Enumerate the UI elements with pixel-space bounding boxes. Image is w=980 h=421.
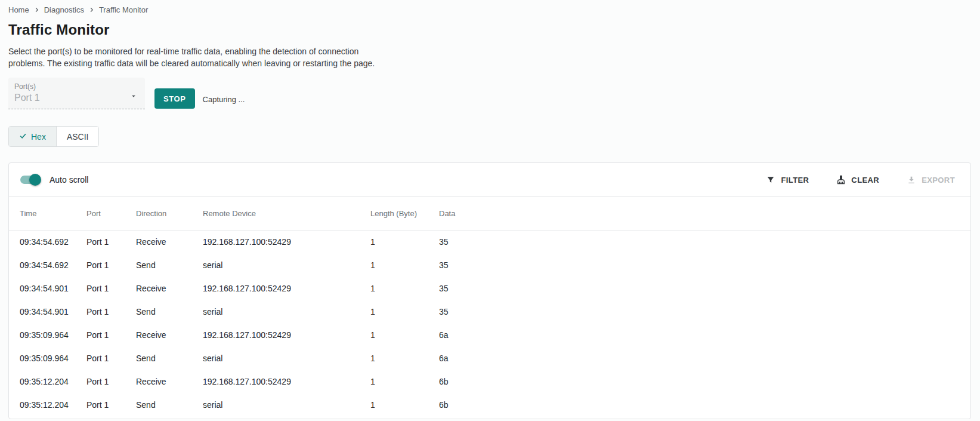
auto-scroll-toggle[interactable] [20,174,41,186]
table-header-row: TimePortDirectionRemote DeviceLength (By… [9,197,970,230]
breadcrumb-item-traffic-monitor: Traffic Monitor [99,5,148,14]
tab-label: ASCII [67,132,89,142]
caret-down-icon [129,92,138,103]
table-cell: 6a [439,323,970,346]
table-cell: Port 1 [86,370,136,393]
table-cell: 09:35:09.964 [9,346,86,370]
download-icon [907,175,916,185]
table-cell: Port 1 [86,346,136,370]
traffic-table: TimePortDirectionRemote DeviceLength (By… [9,197,970,416]
table-cell: 1 [370,323,439,346]
toggle-knob [29,174,41,186]
table-cell: 09:35:12.204 [9,393,86,416]
table-row: 09:35:12.204Port 1Receive192.168.127.100… [9,370,970,393]
traffic-data-card: Auto scroll FILTER CLEAR [8,162,971,419]
table-cell: 192.168.127.100:52429 [203,230,370,253]
tab-label: Hex [31,132,46,142]
table-cell: 1 [370,370,439,393]
table-cell: 09:34:54.901 [9,276,86,300]
export-button[interactable]: EXPORT [907,175,955,185]
table-row: 09:35:09.964Port 1Sendserial16a [9,346,970,370]
auto-scroll-label: Auto scroll [50,175,88,185]
table-cell: 09:35:09.964 [9,323,86,346]
table-cell: 6b [439,370,970,393]
page-description-line2: problems. The existing traffic data will… [8,57,972,69]
table-cell: 192.168.127.100:52429 [203,323,370,346]
view-mode-tabs: HexASCII [8,126,99,147]
table-cell: serial [203,253,370,276]
table-cell: Send [136,253,203,276]
table-cell: 35 [439,253,970,276]
table-cell: Port 1 [86,393,136,416]
breadcrumb: HomeDiagnosticsTraffic Monitor [8,5,972,14]
breadcrumb-item-home[interactable]: Home [8,5,29,14]
table-cell: 09:35:12.204 [9,370,86,393]
table-cell: Send [136,346,203,370]
filter-button[interactable]: FILTER [766,175,809,185]
table-cell: Receive [136,370,203,393]
stop-button[interactable]: STOP [154,88,195,109]
page-description: Select the port(s) to be monitored for r… [8,45,972,69]
table-cell: 1 [370,253,439,276]
traffic-monitor-page: HomeDiagnosticsTraffic Monitor Traffic M… [0,0,980,419]
breadcrumb-item-diagnostics[interactable]: Diagnostics [44,5,84,14]
table-cell: 192.168.127.100:52429 [203,276,370,300]
chevron-right-icon [33,7,40,13]
table-cell: Receive [136,323,203,346]
tab-ascii[interactable]: ASCII [56,127,99,146]
table-cell: 192.168.127.100:52429 [203,370,370,393]
table-cell: 09:34:54.901 [9,300,86,323]
table-cell: 1 [370,276,439,300]
table-cell: 1 [370,300,439,323]
broom-icon [836,175,846,185]
table-cell: 09:34:54.692 [9,230,86,253]
column-header: Remote Device [203,197,370,230]
table-cell: 09:34:54.692 [9,253,86,276]
table-row: 09:35:09.964Port 1Receive192.168.127.100… [9,323,970,346]
table-cell: 35 [439,300,970,323]
table-cell: 1 [370,393,439,416]
table-cell: Send [136,300,203,323]
clear-button-label: CLEAR [851,176,879,185]
export-button-label: EXPORT [922,176,955,185]
column-header: Length (Byte) [370,197,439,230]
funnel-icon [766,175,775,185]
capture-controls: Port(s) Port 1 STOP Capturing ... [8,78,972,109]
chevron-right-icon [88,7,95,13]
page-description-line1: Select the port(s) to be monitored for r… [8,45,972,57]
table-row: 09:34:54.692Port 1Receive192.168.127.100… [9,230,970,253]
capture-status: Capturing ... [203,95,245,104]
table-cell: 6b [439,393,970,416]
table-cell: serial [203,393,370,416]
column-header: Port [86,197,136,230]
table-cell: Receive [136,230,203,253]
traffic-table-body: 09:34:54.692Port 1Receive192.168.127.100… [9,230,970,416]
filter-button-label: FILTER [781,176,809,185]
port-select-value: Port 1 [14,93,138,103]
table-cell: Port 1 [86,276,136,300]
table-row: 09:34:54.901Port 1Receive192.168.127.100… [9,276,970,300]
port-select-label: Port(s) [14,82,138,91]
table-cell: 35 [439,230,970,253]
table-cell: Port 1 [86,230,136,253]
column-header: Data [439,197,970,230]
table-row: 09:34:54.901Port 1Sendserial135 [9,300,970,323]
table-cell: 1 [370,346,439,370]
table-cell: Port 1 [86,253,136,276]
clear-button[interactable]: CLEAR [836,175,879,185]
table-cell: Send [136,393,203,416]
tab-hex[interactable]: Hex [9,127,56,146]
check-icon [19,132,27,142]
column-header: Time [9,197,86,230]
table-row: 09:35:12.204Port 1Sendserial16b [9,393,970,416]
table-cell: Port 1 [86,300,136,323]
table-cell: 6a [439,346,970,370]
port-select[interactable]: Port(s) Port 1 [8,78,145,109]
table-row: 09:34:54.692Port 1Sendserial135 [9,253,970,276]
card-toolbar: Auto scroll FILTER CLEAR [9,163,970,197]
table-cell: 35 [439,276,970,300]
table-cell: Receive [136,276,203,300]
column-header: Direction [136,197,203,230]
page-title: Traffic Monitor [8,21,972,38]
table-cell: serial [203,346,370,370]
